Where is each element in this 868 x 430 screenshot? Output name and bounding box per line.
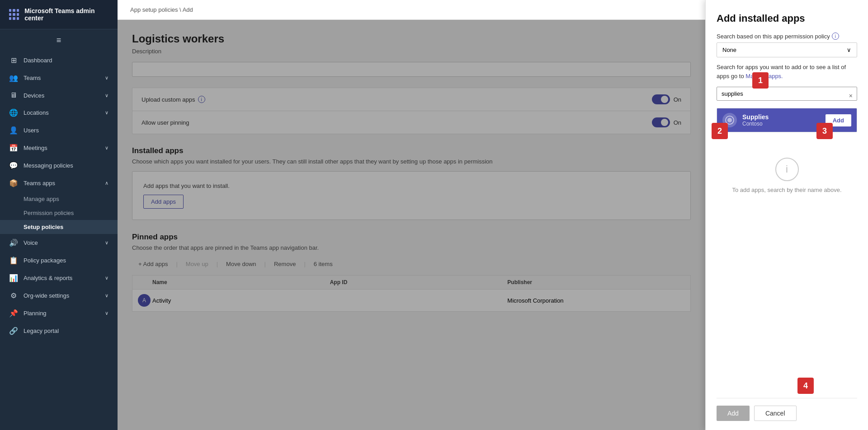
sidebar-subitem-setup-policies[interactable]: Setup policies <box>0 220 118 234</box>
sidebar: Microsoft Teams admin center ≡ ⊞ Dashboa… <box>0 0 118 430</box>
result-app-name: Supplies <box>742 113 820 121</box>
users-icon: 👤 <box>9 126 18 135</box>
sidebar-item-planning[interactable]: 📌 Planning ∨ <box>0 304 118 322</box>
empty-state: i To add apps, search by their name abov… <box>717 140 857 211</box>
sidebar-collapse-button[interactable]: ≡ <box>7 33 110 48</box>
chevron-down-icon: ∨ <box>105 240 108 246</box>
callout-3: 3 <box>816 123 833 139</box>
sidebar-header: Microsoft Teams admin center <box>0 0 118 29</box>
voice-icon: 🔊 <box>9 238 18 247</box>
meetings-icon: 📅 <box>9 144 18 152</box>
chevron-down-icon: ∨ <box>105 145 108 151</box>
devices-icon: 🖥 <box>9 91 18 99</box>
svg-point-1 <box>727 118 732 122</box>
sidebar-item-label: Policy packages <box>24 257 66 264</box>
callout-1: 1 <box>752 72 769 89</box>
panel-cancel-button[interactable]: Cancel <box>754 406 797 421</box>
chevron-down-icon: ∨ <box>847 47 851 53</box>
sidebar-item-voice[interactable]: 🔊 Voice ∨ <box>0 234 118 252</box>
sidebar-item-teams-apps[interactable]: 📦 Teams apps ∧ <box>0 174 118 192</box>
info-circle-icon: i <box>775 158 799 181</box>
sidebar-subitem-permission-policies[interactable]: Permission policies <box>0 206 118 220</box>
chevron-down-icon: ∨ <box>105 293 108 299</box>
sidebar-item-label: Dashboard <box>24 57 52 64</box>
sidebar-item-label: Locations <box>24 109 49 116</box>
chevron-down-icon: ∨ <box>105 93 108 98</box>
permission-policy-dropdown[interactable]: None ∨ <box>717 42 857 57</box>
teams-apps-icon: 📦 <box>9 179 18 187</box>
sidebar-item-dashboard[interactable]: ⊞ Dashboard <box>0 51 118 69</box>
result-info: Supplies Contoso <box>742 113 820 127</box>
sidebar-item-devices[interactable]: 🖥 Devices ∨ <box>0 87 118 104</box>
callout-2: 2 <box>712 123 728 139</box>
app-grid-icon <box>9 9 19 20</box>
chevron-up-icon: ∧ <box>105 180 108 186</box>
sidebar-item-label: Meetings <box>24 145 47 151</box>
sidebar-item-label: Devices <box>24 92 44 99</box>
sidebar-item-org-wide[interactable]: ⚙ Org-wide settings ∨ <box>0 287 118 304</box>
search-result-container: Supplies Contoso Add <box>717 108 857 132</box>
chevron-down-icon: ∨ <box>105 75 108 81</box>
overlay <box>118 20 705 430</box>
panel-title: Add installed apps <box>717 13 857 24</box>
sidebar-item-meetings[interactable]: 📅 Meetings ∨ <box>0 139 118 157</box>
teams-icon: 👥 <box>9 74 18 82</box>
dropdown-value: None <box>722 47 736 53</box>
sidebar-subitem-label: Permission policies <box>24 210 74 216</box>
sidebar-item-teams[interactable]: 👥 Teams ∨ <box>0 69 118 87</box>
sidebar-item-label: Users <box>24 127 39 134</box>
legacy-icon: 🔗 <box>9 327 18 335</box>
permission-info-icon[interactable]: i <box>832 33 839 40</box>
sidebar-item-analytics[interactable]: 📊 Analytics & reports ∨ <box>0 269 118 287</box>
sidebar-item-legacy[interactable]: 🔗 Legacy portal <box>0 322 118 340</box>
search-input[interactable] <box>717 87 857 101</box>
search-clear-icon[interactable]: × <box>849 92 853 99</box>
app-title: Microsoft Teams admin center <box>24 7 108 22</box>
sidebar-item-locations[interactable]: 🌐 Locations ∨ <box>0 104 118 122</box>
org-icon: ⚙ <box>9 291 18 300</box>
sidebar-item-policy-packages[interactable]: 📋 Policy packages <box>0 252 118 269</box>
sidebar-item-users[interactable]: 👤 Users <box>0 122 118 139</box>
sidebar-item-label: Teams <box>24 75 41 81</box>
messaging-icon: 💬 <box>9 161 18 170</box>
locations-icon: 🌐 <box>9 108 18 117</box>
sidebar-subitem-label: Manage apps <box>24 196 59 202</box>
permission-policy-label: Search based on this app permission poli… <box>717 33 857 40</box>
sidebar-subitem-label: Setup policies <box>24 224 63 230</box>
sidebar-item-label: Teams apps <box>24 180 55 187</box>
main-content: App setup policies \ Add Logistics worke… <box>118 0 705 430</box>
callout-4: 4 <box>797 378 814 394</box>
panel-description: Search for apps you want to add or to se… <box>717 63 857 80</box>
chevron-down-icon: ∨ <box>105 110 108 116</box>
analytics-icon: 📊 <box>9 274 18 282</box>
sidebar-subitem-manage-apps[interactable]: Manage apps <box>0 192 118 206</box>
dashboard-icon: ⊞ <box>9 56 18 65</box>
chevron-down-icon: ∨ <box>105 310 108 316</box>
chevron-down-icon: ∨ <box>105 275 108 281</box>
policy-icon: 📋 <box>9 256 18 265</box>
result-app-sub: Contoso <box>742 121 820 127</box>
search-result-item: Supplies Contoso Add <box>717 108 857 132</box>
right-panel: Add installed apps Search based on this … <box>705 0 868 430</box>
empty-state-text: To add apps, search by their name above. <box>732 187 841 193</box>
breadcrumb: App setup policies \ Add <box>118 0 705 20</box>
planning-icon: 📌 <box>9 309 18 318</box>
sidebar-item-label: Analytics & reports <box>24 275 72 281</box>
panel-footer: Add Cancel <box>717 398 857 421</box>
sidebar-item-label: Legacy portal <box>24 327 59 334</box>
sidebar-item-label: Planning <box>24 310 47 317</box>
sidebar-item-label: Messaging policies <box>24 162 73 169</box>
panel-add-button[interactable]: Add <box>717 406 750 421</box>
sidebar-item-messaging[interactable]: 💬 Messaging policies <box>0 157 118 174</box>
sidebar-item-label: Voice <box>24 239 38 246</box>
sidebar-item-label: Org-wide settings <box>24 292 69 299</box>
page-body: Logistics workers Description Upload cus… <box>118 20 705 430</box>
search-wrapper: × <box>717 87 857 104</box>
